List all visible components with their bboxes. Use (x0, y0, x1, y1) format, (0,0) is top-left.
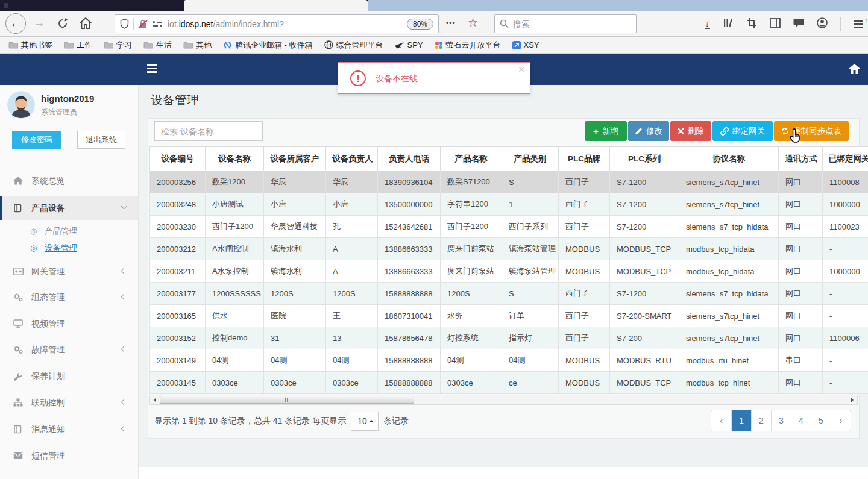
sidebar-item-fault[interactable]: 故障管理 (0, 337, 138, 362)
home-icon (849, 64, 860, 74)
column-header[interactable]: 产品名称 (441, 147, 502, 171)
table-cell: 200003211 (150, 260, 206, 283)
sidebar-item-video[interactable]: 视频管理 (0, 312, 138, 336)
downloads-button[interactable]: ↓ (705, 19, 711, 29)
bookmark-item[interactable]: SPY (395, 40, 423, 49)
table-row[interactable]: 200003212A水闸控制镇海水利A13886663333庹来门前泵站镇海泵站… (150, 238, 868, 260)
column-header[interactable]: 通讯方式 (779, 147, 823, 171)
browser-search-input[interactable] (513, 19, 631, 29)
table-row[interactable]: 200003165供水医院王18607310041水务订单西门子S7-200-S… (150, 305, 868, 327)
sidebar-item-gateway[interactable]: 网关管理 (0, 259, 138, 283)
sidebars-button[interactable] (770, 18, 781, 30)
column-header[interactable]: 设备所属客户 (264, 147, 326, 171)
browser-search-bar[interactable] (494, 14, 637, 33)
add-button[interactable]: + 新增 (585, 121, 627, 141)
device-table: 设备编号 设备名称 设备所属客户 设备负责人 负责人电话 产品名称 产品类别 P… (149, 146, 868, 394)
url-text[interactable]: iot.idosp.net/admin/index.html? (168, 19, 403, 29)
page-button[interactable]: 2 (751, 410, 771, 431)
sidebar-item-linkage[interactable]: 联动控制 (0, 390, 138, 415)
bookmark-folder[interactable]: 生活 (143, 40, 172, 51)
bookmark-folder[interactable]: 学习 (104, 40, 132, 51)
bookmark-item[interactable]: XSY (512, 40, 539, 49)
column-header[interactable]: PLC系列 (610, 147, 679, 171)
page-button[interactable]: 3 (771, 410, 791, 431)
screenshot-button[interactable] (746, 17, 757, 31)
url-bar[interactable]: iot.idosp.net/admin/index.html? 80% (115, 14, 439, 33)
scroll-right-button[interactable] (848, 395, 857, 404)
notification-message: 设备不在线 (376, 63, 418, 95)
delete-button[interactable]: 删除 (670, 121, 711, 141)
page-button[interactable]: 4 (791, 410, 811, 431)
sidebar-item-sms[interactable]: 短信管理 (0, 443, 138, 468)
book-icon (13, 204, 22, 213)
sidebar-item-maintenance[interactable]: 保养计划 (0, 364, 138, 388)
table-row[interactable]: 2000031450303ce0303ce0303ce1588888888803… (150, 372, 868, 394)
table-row[interactable]: 20000314904测04测04测1588888888804测04测MODBU… (150, 349, 868, 372)
logout-button[interactable]: 退出系统 (77, 131, 125, 149)
column-header[interactable]: 已绑定网关 (823, 147, 868, 171)
bookmark-item[interactable]: 萤石云开放平台 (435, 40, 501, 51)
change-password-button[interactable]: 修改密码 (12, 131, 61, 149)
zoom-level-badge[interactable]: 80% (407, 19, 433, 30)
next-page-button[interactable]: › (831, 410, 851, 431)
bookmark-folder[interactable]: 其他书签 (8, 40, 52, 51)
column-header[interactable]: PLC品牌 (559, 147, 610, 171)
prev-page-button[interactable]: ‹ (711, 410, 731, 431)
column-header[interactable]: 设备名称 (206, 147, 264, 171)
column-header[interactable]: 设备负责人 (326, 147, 378, 171)
permissions-icon[interactable] (152, 20, 163, 28)
sidebar-item-notifications[interactable]: 消息通知 (0, 417, 138, 441)
page-actions-button[interactable]: ••• (446, 19, 456, 27)
browser-tab[interactable] (184, 0, 368, 11)
triangle-left-icon (151, 398, 156, 402)
edit-button[interactable]: 修改 (628, 121, 669, 141)
device-search-input[interactable] (154, 121, 263, 141)
column-header[interactable]: 负责人电话 (378, 147, 441, 171)
table-row[interactable]: 200003211A水泵控制镇海水利A13886663333庹来门前泵站镇海泵站… (150, 260, 868, 283)
table-row[interactable]: 200003256数采1200华辰华辰18390936104数采S71200S西… (150, 171, 868, 193)
column-header[interactable]: 产品类别 (502, 147, 559, 171)
bookmark-star-icon[interactable]: ☆ (468, 16, 478, 30)
home-button[interactable] (80, 17, 92, 31)
bookmark-item[interactable]: 综合管理平台 (324, 40, 383, 51)
window-titlebar (0, 0, 868, 11)
force-sync-button[interactable]: 强制同步点表 (774, 121, 849, 141)
folder-icon (8, 41, 18, 49)
table-row[interactable]: 2000031771200SSSSSS1200S1200S15888888888… (150, 283, 868, 305)
scroll-left-button[interactable] (150, 395, 160, 404)
scrollbar-thumb[interactable] (160, 396, 414, 404)
sidebar-item-product-device[interactable]: 产品设备 (0, 196, 138, 220)
messages-button[interactable] (793, 18, 804, 30)
horizontal-scrollbar[interactable] (149, 395, 858, 405)
notification-close-button[interactable]: × (518, 64, 524, 76)
table-row[interactable]: 200003152控制demo311315878656478灯控系统指示灯西门子… (150, 327, 868, 349)
sidebar-toggle-button[interactable] (147, 64, 157, 73)
app-home-button[interactable] (849, 64, 860, 77)
column-header[interactable]: 协议名称 (679, 147, 779, 171)
sidebar-item-config[interactable]: 组态管理 (0, 285, 138, 309)
page-size-dropdown[interactable]: 10 (351, 412, 379, 431)
sidebar-item-device-mgmt[interactable]: ◎ 设备管理 (0, 238, 138, 258)
table-cell: MODBUS_TCP (610, 238, 679, 260)
insecure-lock-icon[interactable] (138, 19, 148, 29)
table-row[interactable]: 200003230西门子1200华辰智通科技孔15243642681西门子120… (150, 216, 868, 238)
page-button[interactable]: 5 (811, 410, 831, 431)
table-cell: siemens_s7tcp_hinet (679, 327, 779, 349)
table-row[interactable]: 200003248小唐测试小唐小唐13500000000字符串12001西门子S… (150, 193, 868, 216)
user-role: 系统管理员 (41, 107, 77, 117)
table-cell: 1200S (441, 283, 502, 305)
bookmark-folder[interactable]: 其他 (183, 40, 212, 51)
page-button[interactable]: 1 (731, 410, 751, 431)
reload-button[interactable] (57, 17, 69, 32)
app-menu-button[interactable]: ↑ (854, 20, 863, 28)
book-icon (13, 425, 22, 434)
bookmark-folder[interactable]: 工作 (64, 40, 92, 51)
sidebar-item-overview[interactable]: 系统总览 (0, 169, 138, 193)
library-button[interactable] (723, 17, 734, 31)
column-header[interactable]: 设备编号 (150, 147, 206, 171)
forward-button[interactable]: → (33, 16, 45, 30)
bind-gateway-button[interactable]: 绑定网关 (712, 121, 773, 141)
back-button[interactable]: ← (5, 13, 26, 34)
bookmark-item[interactable]: 腾讯企业邮箱 - 收件箱 (223, 40, 313, 51)
account-button[interactable] (817, 17, 828, 31)
